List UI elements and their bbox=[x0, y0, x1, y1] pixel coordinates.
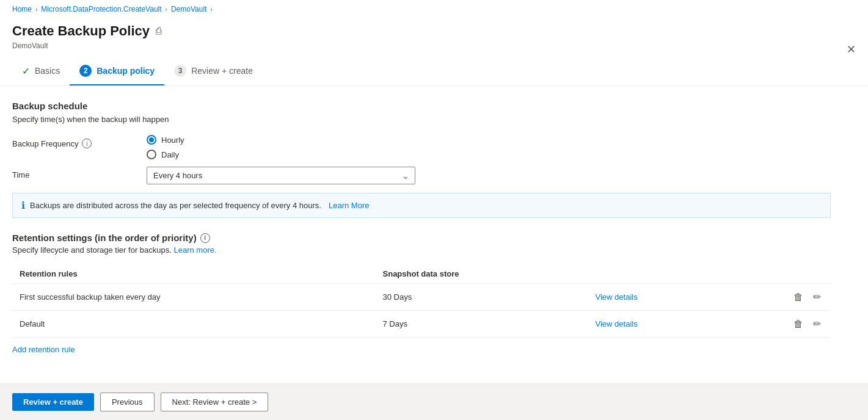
row-actions-1: 🗑 ✏ bbox=[721, 284, 831, 311]
check-icon: ✓ bbox=[22, 65, 30, 77]
table-header-row: Retention rules Snapshot data store bbox=[12, 264, 831, 284]
table-actions-1: 🗑 ✏ bbox=[728, 290, 823, 304]
breadcrumb: Home › Microsoft.DataProtection.CreateVa… bbox=[0, 0, 868, 18]
col-snapshot-data-store: Snapshot data store bbox=[376, 264, 588, 284]
print-icon[interactable]: ⎙ bbox=[156, 26, 162, 37]
next-button[interactable]: Next: Review + create > bbox=[161, 393, 269, 397]
tab-backup-policy[interactable]: 2 Backup policy bbox=[70, 57, 164, 85]
radio-daily[interactable]: Daily bbox=[147, 150, 184, 159]
snapshot-value-2: 7 Days bbox=[376, 311, 588, 338]
tabs-container: ✓ Basics 2 Backup policy 3 Review + crea… bbox=[0, 57, 868, 86]
radio-hourly[interactable]: Hourly bbox=[147, 135, 184, 145]
close-icon[interactable]: ✕ bbox=[847, 43, 856, 56]
footer: Review + create Previous Next: Review + … bbox=[0, 383, 868, 397]
time-select[interactable]: Every 4 hours Every 2 hours Every 6 hour… bbox=[147, 167, 415, 184]
tab-basics-label: Basics bbox=[35, 66, 60, 76]
review-create-button[interactable]: Review + create bbox=[12, 393, 94, 397]
snapshot-value-1: 30 Days bbox=[376, 284, 588, 311]
tab-review-create-badge: 3 bbox=[174, 65, 186, 77]
retention-table: Retention rules Snapshot data store Firs… bbox=[12, 264, 831, 338]
previous-button[interactable]: Previous bbox=[100, 393, 155, 397]
tab-backup-policy-badge: 2 bbox=[79, 65, 92, 77]
retention-rule-2: Default bbox=[12, 311, 376, 338]
edit-row-1-button[interactable]: ✏ bbox=[811, 290, 823, 304]
table-row: Default 7 Days View details 🗑 ✏ bbox=[12, 311, 831, 338]
table-row: First successful backup taken every day … bbox=[12, 284, 831, 311]
radio-hourly-label: Hourly bbox=[161, 136, 184, 145]
radio-hourly-circle bbox=[147, 135, 156, 145]
retention-info-icon[interactable]: i bbox=[200, 233, 210, 243]
add-retention-rule-link[interactable]: Add retention rule bbox=[12, 345, 75, 354]
retention-learn-more-link[interactable]: Learn more. bbox=[173, 245, 216, 255]
tab-review-create[interactable]: 3 Review + create bbox=[164, 57, 263, 85]
page-subtitle: DemoVault bbox=[0, 42, 868, 57]
edit-row-2-button[interactable]: ✏ bbox=[811, 317, 823, 331]
row-actions-2: 🗑 ✏ bbox=[721, 311, 831, 338]
backup-schedule-subtitle: Specify time(s) when the backup will hap… bbox=[12, 115, 831, 124]
tab-basics[interactable]: ✓ Basics bbox=[12, 58, 70, 85]
delete-row-1-button[interactable]: 🗑 bbox=[791, 291, 806, 304]
backup-frequency-row: Backup Frequency i Hourly Daily bbox=[12, 135, 831, 159]
view-details-1: View details bbox=[588, 284, 721, 311]
main-content: Backup schedule Specify time(s) when the… bbox=[0, 101, 843, 354]
view-details-link-2[interactable]: View details bbox=[596, 319, 638, 328]
retention-rule-1: First successful backup taken every day bbox=[12, 284, 376, 311]
view-details-link-1[interactable]: View details bbox=[596, 292, 638, 302]
delete-row-2-button[interactable]: 🗑 bbox=[791, 317, 806, 331]
tab-review-create-label: Review + create bbox=[191, 66, 253, 76]
backup-schedule-title: Backup schedule bbox=[12, 101, 831, 111]
page-header: Create Backup Policy ⎙ bbox=[0, 18, 868, 42]
retention-section: Retention settings (in the order of prio… bbox=[12, 233, 831, 354]
retention-subtitle: Specify lifecycle and storage tier for b… bbox=[12, 245, 831, 255]
col-icons bbox=[721, 264, 831, 284]
frequency-radio-group: Hourly Daily bbox=[147, 135, 184, 159]
breadcrumb-demovault[interactable]: DemoVault bbox=[171, 5, 206, 13]
info-learn-more-link[interactable]: Learn More bbox=[329, 201, 369, 210]
time-label: Time bbox=[12, 167, 147, 179]
radio-daily-circle bbox=[147, 150, 156, 159]
view-details-2: View details bbox=[588, 311, 721, 338]
backup-frequency-label: Backup Frequency i bbox=[12, 135, 147, 148]
breadcrumb-home[interactable]: Home bbox=[12, 5, 32, 13]
time-select-wrapper: Every 4 hours Every 2 hours Every 6 hour… bbox=[147, 167, 415, 184]
frequency-info-icon[interactable]: i bbox=[82, 139, 92, 148]
time-row: Time Every 4 hours Every 2 hours Every 6… bbox=[12, 167, 831, 184]
col-retention-rules: Retention rules bbox=[12, 264, 376, 284]
tab-backup-policy-label: Backup policy bbox=[97, 66, 155, 76]
col-actions bbox=[588, 264, 721, 284]
info-bar-message: Backups are distributed across the day a… bbox=[30, 201, 321, 210]
info-bar: ℹ Backups are distributed across the day… bbox=[12, 193, 831, 218]
page-title: Create Backup Policy bbox=[12, 23, 150, 39]
table-actions-2: 🗑 ✏ bbox=[728, 317, 823, 331]
retention-title: Retention settings (in the order of prio… bbox=[12, 233, 831, 243]
breadcrumb-vault-create[interactable]: Microsoft.DataProtection.CreateVault bbox=[41, 5, 161, 13]
radio-daily-label: Daily bbox=[161, 150, 179, 159]
info-bar-icon: ℹ bbox=[21, 200, 25, 211]
